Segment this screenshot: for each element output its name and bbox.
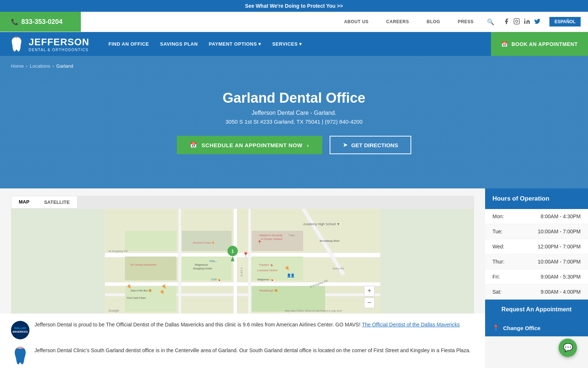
services-link[interactable]: SERVICES ▾ xyxy=(268,39,306,49)
instagram-icon[interactable] xyxy=(513,18,520,26)
hours-table: Mon: 8:00AM - 4:30PM Tue: 10:00AM - 7:00… xyxy=(485,209,588,300)
brand-tagline: DENTAL & ORTHODONTICS xyxy=(29,48,89,52)
svg-text:Habitat for Humanity: Habitat for Humanity xyxy=(259,234,283,237)
main-nav-links: FIND AN OFFICE SAVINGS PLAN PAYMENT OPTI… xyxy=(97,39,491,49)
request-appointment-button[interactable]: Request An Appointment xyxy=(485,300,588,319)
logo-icon xyxy=(7,35,26,53)
hours-row-sat: Sat: 9:00AM - 4:00PM xyxy=(485,284,588,300)
phone-icon: 📞 xyxy=(11,18,18,25)
svg-text:Louisiana Kitchen: Louisiana Kitchen xyxy=(257,269,277,272)
svg-rect-0 xyxy=(514,18,519,24)
twitter-icon[interactable] xyxy=(534,18,541,26)
hours-time-mon: 8:00AM - 4:30PM xyxy=(541,213,581,219)
svg-text:−: − xyxy=(368,299,372,306)
info-item-location: Jefferson Dental Clinic's South Garland … xyxy=(11,347,474,365)
map-tab-satellite[interactable]: SATELLITE xyxy=(37,196,77,208)
header: 📞 833-353-0204 ABOUT US CAREERS BLOG PRE… xyxy=(0,12,588,32)
schedule-arrow-icon: › xyxy=(307,142,309,148)
phone-button[interactable]: 📞 833-353-0204 xyxy=(0,12,81,32)
about-us-link[interactable]: ABOUT US xyxy=(340,17,373,26)
svg-rect-5 xyxy=(105,282,380,286)
svg-rect-13 xyxy=(182,231,232,251)
info-item-mavs: DALLAS MAVERICKS Jefferson Dental is pro… xyxy=(11,321,474,339)
hours-day-thur: Thur: xyxy=(492,259,505,265)
hero-subtitle: Jefferson Dental Care - Garland. xyxy=(252,110,337,116)
hours-day-tue: Tue: xyxy=(492,229,503,234)
svg-rect-14 xyxy=(252,256,303,280)
svg-text:DALLAS: DALLAS xyxy=(14,326,26,330)
map-tabs: MAP SATELLITE xyxy=(11,196,78,209)
breadcrumb: Home › Locations › Garland xyxy=(11,63,73,69)
svg-rect-15 xyxy=(125,256,176,280)
mavs-logo: DALLAS MAVERICKS xyxy=(11,321,29,339)
svg-point-58 xyxy=(11,321,29,339)
svg-text:Mi Comida Hondureña: Mi Comida Hondureña xyxy=(130,263,156,266)
hours-row-wed: Wed: 12:00PM - 7:00PM xyxy=(485,239,588,254)
hours-day-mon: Mon: xyxy=(492,213,504,219)
svg-text:T-Mo...: T-Mo... xyxy=(288,234,297,237)
blog-link[interactable]: BLOG xyxy=(422,17,445,26)
hours-time-tue: 10:00AM - 7:00PM xyxy=(538,229,581,234)
payment-dropdown-icon: ▾ xyxy=(258,41,261,47)
logo-area: JEFFERSON DENTAL & ORTHODONTICS xyxy=(0,35,97,53)
breadcrumb-locations[interactable]: Locations xyxy=(30,63,50,69)
get-directions-button[interactable]: ➤ GET DIRECTIONS xyxy=(330,136,412,154)
press-link[interactable]: PRESS xyxy=(453,17,478,26)
savings-plan-link[interactable]: SAVINGS PLAN xyxy=(156,39,202,49)
espanol-button[interactable]: ESPAÑOL xyxy=(549,17,581,26)
svg-text:Whataburger 🍔: Whataburger 🍔 xyxy=(259,289,278,292)
payment-options-link[interactable]: PAYMENT OPTIONS ▾ xyxy=(204,39,266,49)
page-title: Garland Dental Office xyxy=(223,90,366,106)
svg-text:Jack in the Box 🍔: Jack in the Box 🍔 xyxy=(130,289,152,292)
location-pin-icon: 📍 xyxy=(492,325,499,331)
hours-row-fri: Fri: 9:00AM - 5:30PM xyxy=(485,269,588,284)
hours-day-fri: Fri: xyxy=(492,274,500,280)
location-info-text: Jefferson Dental Clinic's South Garland … xyxy=(35,347,470,354)
breadcrumb-home[interactable]: Home xyxy=(11,63,24,69)
svg-text:Map data ©2021   Terms of Use : Map data ©2021 Terms of Use Report a map… xyxy=(285,309,343,312)
top-banner: See What We're Doing to Protect You >> xyxy=(0,0,588,12)
svg-text:S 1st St: S 1st St xyxy=(240,268,243,277)
careers-link[interactable]: CAREERS xyxy=(382,17,413,26)
hours-time-thur: 10:00AM - 7:00PM xyxy=(538,259,581,265)
mavs-info-text: Jefferson Dental is proud to be The Offi… xyxy=(35,321,460,329)
chat-button[interactable]: 💬 xyxy=(559,339,577,357)
linkedin-icon[interactable] xyxy=(524,18,530,26)
jd-logo xyxy=(11,347,29,365)
phone-number: 833-353-0204 xyxy=(21,18,62,26)
hours-row-thur: Thur: 10:00AM - 7:00PM xyxy=(485,254,588,269)
search-icon[interactable]: 🔍 xyxy=(487,18,494,25)
social-icons xyxy=(503,18,541,26)
directions-icon: ➤ xyxy=(343,142,348,148)
schedule-calendar-icon: 📅 xyxy=(190,142,197,148)
change-office-button[interactable]: 📍 Change Office xyxy=(485,319,588,336)
book-appointment-button[interactable]: 📅 BOOK AN APPOINTMENT xyxy=(491,32,588,56)
svg-text:Academy High School ▼: Academy High School ▼ xyxy=(303,222,340,226)
chat-icon: 💬 xyxy=(563,343,573,353)
map-container: MAP SATELLITE xyxy=(11,196,474,314)
svg-text:Fies...: Fies... xyxy=(209,259,218,263)
map-body: Academy High School ▼ Broadway Blvd Dair… xyxy=(11,209,474,314)
schedule-appointment-button[interactable]: 📅 SCHEDULE AN APPOINTMENT NOW › xyxy=(177,136,322,154)
mavs-link[interactable]: The Official Dentist of the Dallas Maver… xyxy=(362,322,460,328)
logo-text: JEFFERSON DENTAL & ORTHODONTICS xyxy=(29,36,89,52)
hours-header: Hours of Operation xyxy=(485,188,588,209)
svg-text:+: + xyxy=(368,287,372,294)
facebook-icon[interactable] xyxy=(503,18,510,26)
info-section: DALLAS MAVERICKS Jefferson Dental is pro… xyxy=(0,314,485,368)
main-nav: JEFFERSON DENTAL & ORTHODONTICS FIND AN … xyxy=(0,32,588,56)
breadcrumb-current: Garland xyxy=(56,63,73,69)
hero-buttons: 📅 SCHEDULE AN APPOINTMENT NOW › ➤ GET DI… xyxy=(177,136,411,154)
svg-text:Ridgewood: Ridgewood xyxy=(195,263,208,266)
svg-text:1: 1 xyxy=(232,249,234,254)
svg-text:🍕: 🍕 xyxy=(127,284,132,289)
content-area: MAP SATELLITE xyxy=(0,188,588,368)
svg-text:🍕: 🍕 xyxy=(285,266,290,270)
svg-text:Broadway Blvd: Broadway Blvd xyxy=(320,239,339,243)
find-office-link[interactable]: FIND AN OFFICE xyxy=(104,39,154,49)
map-tab-map[interactable]: MAP xyxy=(11,196,37,208)
banner-text: See What We're Doing to Protect You >> xyxy=(245,3,343,9)
svg-text:📍: 📍 xyxy=(257,240,262,245)
svg-text:Google: Google xyxy=(108,309,119,312)
svg-text:📍: 📍 xyxy=(243,252,249,258)
